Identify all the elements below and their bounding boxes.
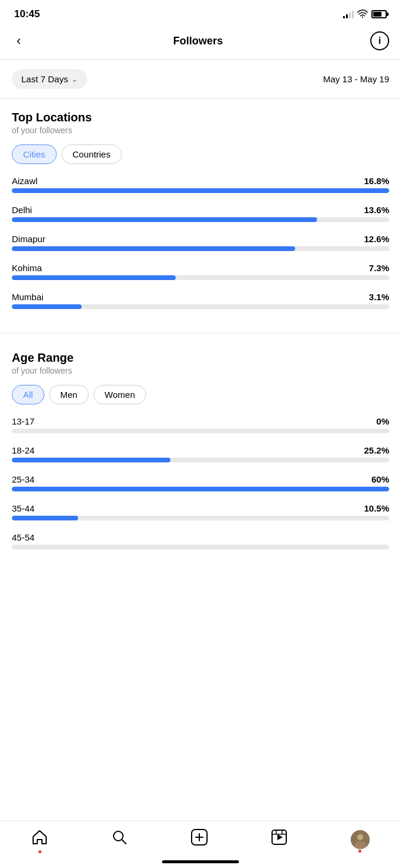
list-item: Delhi 13.6% <box>12 205 389 222</box>
city-pct: 13.6% <box>364 205 389 215</box>
wifi-icon <box>357 9 368 20</box>
nav-notification-dot <box>38 850 41 853</box>
top-locations-subtitle: of your followers <box>12 126 389 135</box>
main-content: Top Locations of your followers Cities C… <box>0 99 401 626</box>
city-pct: 16.8% <box>364 176 389 186</box>
city-name: Delhi <box>12 205 32 215</box>
age-pct: 0% <box>376 416 389 426</box>
battery-icon <box>371 10 387 18</box>
page-title: Followers <box>173 35 223 47</box>
tab-men[interactable]: Men <box>49 385 89 404</box>
status-bar: 10:45 <box>0 0 401 25</box>
top-locations-section: Top Locations of your followers Cities C… <box>0 99 401 327</box>
nav-search[interactable] <box>111 829 128 850</box>
locations-tab-group: Cities Countries <box>12 144 389 164</box>
tab-cities[interactable]: Cities <box>12 144 57 164</box>
date-range-label: May 13 - May 19 <box>323 74 389 84</box>
bar-track <box>12 487 389 491</box>
chevron-down-icon: ⌄ <box>72 75 77 83</box>
profile-avatar <box>351 830 370 849</box>
svg-point-12 <box>357 834 363 840</box>
info-button[interactable]: i <box>370 31 389 50</box>
age-range-label: 13-17 <box>12 416 34 426</box>
bar-track <box>12 188 389 193</box>
list-item: 25-34 60% <box>12 474 389 491</box>
city-name: Kohima <box>12 263 42 273</box>
nav-reels[interactable] <box>271 829 287 850</box>
age-range-label: 18-24 <box>12 445 34 455</box>
bar-fill <box>12 516 78 520</box>
top-locations-title: Top Locations <box>12 111 389 124</box>
svg-marker-7 <box>277 834 283 840</box>
bar-track <box>12 458 389 462</box>
bar-fill <box>12 188 389 193</box>
signal-icon <box>343 10 354 18</box>
bar-fill <box>12 487 389 491</box>
list-item: Kohima 7.3% <box>12 263 389 280</box>
filter-label: Last 7 Days <box>21 74 68 84</box>
list-item: 45-54 <box>12 532 389 549</box>
header: ‹ Followers i <box>0 25 401 60</box>
age-tab-group: All Men Women <box>12 385 389 404</box>
age-pct: 60% <box>371 474 389 484</box>
city-name: Mumbai <box>12 292 43 302</box>
tab-all[interactable]: All <box>12 385 44 404</box>
bar-track <box>12 217 389 222</box>
city-pct: 12.6% <box>364 234 389 244</box>
nav-create[interactable] <box>190 828 208 850</box>
list-item: 35-44 10.5% <box>12 503 389 520</box>
city-pct: 3.1% <box>369 292 389 302</box>
search-icon <box>111 829 128 850</box>
bar-track <box>12 275 389 280</box>
section-divider <box>0 333 401 333</box>
bar-track <box>12 246 389 251</box>
home-icon <box>31 829 48 850</box>
list-item: 13-17 0% <box>12 416 389 433</box>
bar-fill <box>12 304 82 309</box>
age-range-title: Age Range <box>12 351 389 365</box>
bar-fill <box>12 217 317 222</box>
reels-icon <box>271 829 287 850</box>
age-range-label: 35-44 <box>12 503 34 513</box>
status-time: 10:45 <box>14 8 40 20</box>
list-item: 18-24 25.2% <box>12 445 389 462</box>
nav-home[interactable] <box>31 829 48 850</box>
list-item: Aizawl 16.8% <box>12 176 389 193</box>
age-pct: 10.5% <box>364 503 389 513</box>
list-item: Mumbai 3.1% <box>12 292 389 309</box>
city-name: Dimapur <box>12 234 46 244</box>
filter-bar: Last 7 Days ⌄ May 13 - May 19 <box>0 60 401 99</box>
tab-countries[interactable]: Countries <box>62 144 122 164</box>
nav-profile[interactable] <box>351 830 370 849</box>
home-indicator <box>162 860 239 863</box>
tab-women[interactable]: Women <box>93 385 146 404</box>
list-item: Dimapur 12.6% <box>12 234 389 251</box>
bar-fill <box>12 275 176 280</box>
age-pct: 25.2% <box>364 445 389 455</box>
city-pct: 7.3% <box>369 263 389 273</box>
date-filter-button[interactable]: Last 7 Days ⌄ <box>12 69 87 89</box>
age-range-section: Age Range of your followers All Men Wome… <box>0 339 401 567</box>
nav-notification-dot <box>358 850 361 853</box>
bar-track <box>12 516 389 520</box>
back-button[interactable]: ‹ <box>12 31 25 51</box>
bar-fill <box>12 458 170 462</box>
bar-track <box>12 545 389 549</box>
create-icon <box>190 828 208 850</box>
bar-fill <box>12 246 295 251</box>
svg-point-0 <box>362 16 363 17</box>
city-name: Aizawl <box>12 176 37 186</box>
bar-track <box>12 304 389 309</box>
svg-line-2 <box>122 840 126 844</box>
status-icons <box>343 9 387 20</box>
age-range-label: 25-34 <box>12 474 34 484</box>
age-range-label: 45-54 <box>12 532 34 542</box>
age-range-subtitle: of your followers <box>12 366 389 375</box>
bar-track <box>12 429 389 433</box>
